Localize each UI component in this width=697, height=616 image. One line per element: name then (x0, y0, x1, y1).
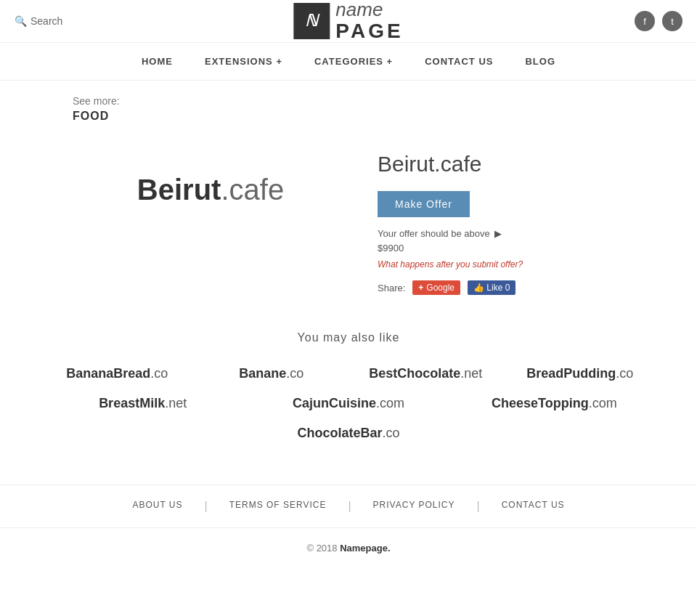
domain-tld-7: .co (383, 426, 400, 440)
domain-bold-1: Banane (239, 366, 286, 381)
footer-nav-about[interactable]: ABOUT US (132, 500, 182, 513)
also-like-section: You may also like BananaBread.co Banane.… (0, 309, 697, 485)
footer-nav-contact[interactable]: CONTACT US (502, 500, 565, 513)
domain-logo-name: Beirut (137, 174, 221, 206)
domain-bold-2: BestChocolate (369, 366, 460, 381)
footer-sep-3: | (477, 500, 480, 513)
logo-icon-text: ℕ (305, 12, 318, 31)
google-plus-button[interactable]: + Google (412, 280, 460, 295)
domain-bold-6: CheeseTopping (492, 396, 589, 410)
social-icons: f t (635, 11, 682, 31)
domain-bold-4: BreastMilk (99, 396, 165, 410)
nav-item-contact[interactable]: CONTACT US (409, 43, 509, 80)
twitter-icon[interactable]: t (662, 11, 682, 31)
domain-tld-1: .co (286, 366, 303, 381)
logo-name: name (335, 0, 403, 20)
domain-bold-3: BreadPudding (526, 366, 616, 381)
logo-page: PAGE (335, 20, 403, 43)
facebook-like-button[interactable]: 👍 Like 0 (468, 280, 515, 295)
domain-bold-0: BananaBread (66, 366, 150, 381)
domain-tld-2: .net (460, 366, 482, 381)
domain-bold-5: CajunCuisine (293, 396, 376, 410)
domain-tld-0: .co (150, 366, 168, 381)
breadcrumb: See more: FOOD (0, 81, 697, 130)
share-label: Share: (378, 283, 405, 293)
domain-title: Beirut.cafe (378, 152, 624, 177)
main-content: Beirut.cafe Beirut.cafe Make Offer Your … (0, 130, 697, 309)
domain-logo-tld: .cafe (221, 174, 284, 206)
logo-icon: ℕ (293, 3, 330, 39)
offer-amount: $9900 (378, 243, 624, 254)
header: 🔍 Search ℕ name PAGE f t (0, 0, 697, 43)
offer-arrow-icon: ▶ (494, 228, 502, 239)
also-like-item-5[interactable]: CajunCuisine.com (249, 396, 447, 411)
share-row: Share: + Google 👍 Like 0 (378, 280, 624, 295)
also-like-title: You may also like (44, 331, 653, 344)
logo-text: name PAGE (335, 0, 403, 43)
breadcrumb-category[interactable]: FOOD (73, 110, 624, 123)
footer-nav-privacy[interactable]: PRIVACY POLICY (373, 500, 455, 513)
also-like-item-7[interactable]: ChocolateBar.co (297, 426, 399, 441)
also-like-item-1[interactable]: Banane.co (198, 366, 346, 381)
domain-bold-7: ChocolateBar (297, 426, 382, 440)
also-like-item-0[interactable]: BananaBread.co (44, 366, 191, 381)
also-like-item-3[interactable]: BreadPudding.co (507, 366, 654, 381)
copyright-prefix: © 2018 (306, 543, 340, 554)
copyright-brand[interactable]: Namepage. (340, 543, 390, 554)
search-area[interactable]: 🔍 Search (15, 15, 62, 27)
domain-tld-3: .co (616, 366, 633, 381)
search-icon: 🔍 (15, 15, 27, 27)
nav-item-home[interactable]: HOME (126, 43, 189, 80)
logo: ℕ name PAGE (293, 0, 403, 43)
also-like-item-4[interactable]: BreastMilk.net (44, 396, 242, 411)
google-plus-icon: + (418, 283, 423, 293)
also-like-row3: ChocolateBar.co (44, 426, 653, 441)
also-like-item-2[interactable]: BestChocolate.net (352, 366, 500, 381)
domain-tld-5: .com (376, 396, 404, 410)
domain-tld-6: .com (589, 396, 617, 410)
footer-nav: ABOUT US | TERMS OF SERVICE | PRIVACY PO… (0, 485, 697, 528)
search-label: Search (30, 15, 62, 27)
nav-item-categories[interactable]: CATEGORIES + (298, 43, 409, 80)
offer-question-link[interactable]: What happens after you submit offer? (378, 259, 624, 270)
footer-copyright: © 2018 Namepage. (0, 528, 697, 568)
domain-logo-area: Beirut.cafe (73, 145, 348, 235)
also-like-item-6[interactable]: CheeseTopping.com (455, 396, 653, 411)
footer-nav-tos[interactable]: TERMS OF SERVICE (229, 500, 327, 513)
make-offer-button[interactable]: Make Offer (378, 191, 470, 217)
also-like-row2: BreastMilk.net CajunCuisine.com CheeseTo… (44, 396, 653, 411)
main-nav: HOME EXTENSIONS + CATEGORIES + CONTACT U… (0, 43, 697, 81)
footer-sep-1: | (205, 500, 208, 513)
google-plus-label: Google (426, 283, 455, 293)
breadcrumb-see-more: See more: (73, 95, 120, 107)
offer-hint-text: Your offer should be above (378, 228, 490, 239)
nav-item-extensions[interactable]: EXTENSIONS + (189, 43, 298, 80)
facebook-icon[interactable]: f (635, 11, 655, 31)
offer-hint: Your offer should be above ▶ (378, 228, 624, 239)
nav-item-blog[interactable]: BLOG (509, 43, 571, 80)
fb-like-label: 👍 Like 0 (473, 283, 510, 293)
domain-info: Beirut.cafe Make Offer Your offer should… (378, 145, 624, 295)
domain-tld-4: .net (165, 396, 187, 410)
also-like-row1: BananaBread.co Banane.co BestChocolate.n… (44, 366, 653, 381)
domain-logo: Beirut.cafe (137, 174, 284, 206)
footer-sep-2: | (348, 500, 351, 513)
